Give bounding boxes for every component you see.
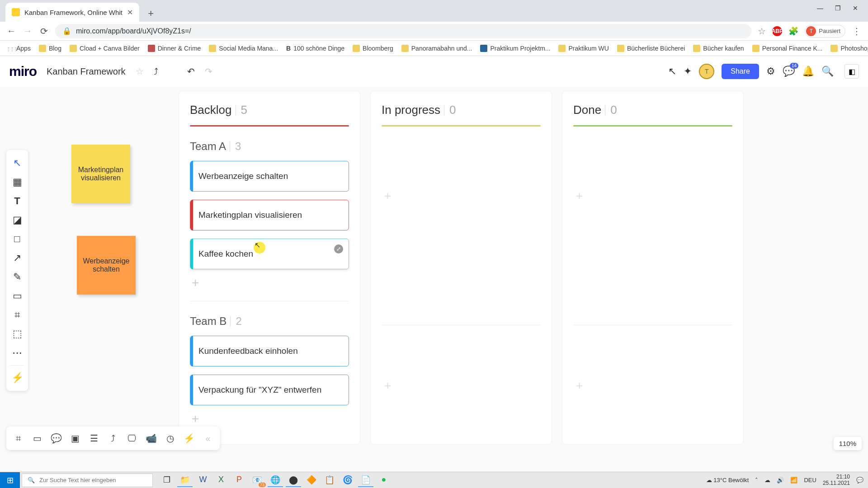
- language-indicator[interactable]: DEU: [804, 477, 816, 483]
- share-button[interactable]: Share: [722, 64, 759, 79]
- back-icon[interactable]: ←: [6, 26, 16, 36]
- timer-icon[interactable]: ◷: [162, 430, 178, 446]
- group-header[interactable]: Team B 2: [190, 315, 349, 328]
- panel-toggle-icon[interactable]: ◧: [844, 64, 859, 79]
- export-icon[interactable]: ⤴: [154, 66, 158, 77]
- excel-icon[interactable]: X: [213, 474, 229, 487]
- upload-tool[interactable]: ⬚: [6, 325, 28, 343]
- kanban-column-done[interactable]: Done 0 + +: [562, 91, 743, 444]
- shape-tool[interactable]: □: [6, 230, 28, 248]
- url-field[interactable]: 🔒 miro.com/app/board/uXjVOf8yZ1s=/: [55, 24, 751, 38]
- redo-icon[interactable]: ↷: [205, 66, 212, 77]
- video-icon[interactable]: 📹: [143, 430, 159, 446]
- mail-icon[interactable]: 📧73: [250, 474, 265, 487]
- frame-tool[interactable]: ⌗: [6, 306, 28, 324]
- bookmark-item[interactable]: Praktikum Projektm...: [480, 45, 550, 52]
- bolt-icon[interactable]: ⚡: [181, 430, 197, 446]
- sticky-note-orange[interactable]: Werbeanzeige schalten: [77, 236, 136, 295]
- star-icon[interactable]: ☆: [136, 66, 144, 77]
- sticky-note-yellow[interactable]: Marketingplan visualisieren: [71, 145, 130, 203]
- reactions-icon[interactable]: ✦: [684, 66, 692, 77]
- app-icon[interactable]: 🔶: [304, 474, 319, 487]
- comment-tool[interactable]: ▭: [6, 287, 28, 305]
- volume-icon[interactable]: 🔊: [777, 477, 784, 483]
- add-card-button[interactable]: +: [573, 369, 732, 393]
- bookmark-item[interactable]: Bücherliste Bücherei: [617, 45, 685, 52]
- add-card-button[interactable]: +: [573, 179, 732, 203]
- undo-icon[interactable]: ↶: [187, 66, 195, 77]
- bookmark-item[interactable]: Social Media Mana...: [209, 45, 278, 52]
- kanban-card[interactable]: Marketingplan visualisieren: [190, 200, 349, 230]
- taskbar-search[interactable]: 🔍 Zur Suche Text hier eingeben: [22, 474, 153, 487]
- clock[interactable]: 21:10 25.11.2021: [823, 474, 850, 486]
- add-card-button[interactable]: +: [190, 412, 349, 426]
- bookmark-item[interactable]: Dinner & Crime: [148, 45, 201, 52]
- search-icon[interactable]: 🔍: [821, 66, 834, 77]
- notifications-icon[interactable]: 🔔: [802, 66, 814, 77]
- group-header[interactable]: Team A 3: [190, 140, 349, 153]
- share-icon[interactable]: ⤴: [105, 430, 121, 446]
- kanban-column-backlog[interactable]: Backlog 5 Team A 3 Werbeanzeige schalten…: [179, 91, 360, 444]
- bookmark-apps[interactable]: Apps: [6, 45, 31, 52]
- abp-extension-icon[interactable]: ABP: [772, 26, 782, 36]
- add-card-button[interactable]: +: [190, 276, 349, 290]
- bookmark-item[interactable]: Blog: [39, 45, 61, 52]
- list-icon[interactable]: ☰: [86, 430, 102, 446]
- obs-icon[interactable]: ⬤: [286, 474, 301, 487]
- comment-icon[interactable]: 💬: [48, 430, 64, 446]
- reload-icon[interactable]: ⟳: [39, 26, 49, 37]
- more-tools[interactable]: ⋯: [6, 344, 28, 361]
- spotify-icon[interactable]: ●: [376, 474, 392, 487]
- edge-icon[interactable]: 🌀: [340, 474, 355, 487]
- kanban-column-inprogress[interactable]: In progress 0 + +: [371, 91, 552, 444]
- column-header[interactable]: In progress 0: [382, 103, 541, 117]
- miro-canvas[interactable]: ↖ ▦ T ◪ □ ↗ ✎ ▭ ⌗ ⬚ ⋯ ⚡ Marketingplan vi…: [0, 87, 868, 472]
- bookmark-item[interactable]: Bücher kaufen: [693, 45, 744, 52]
- line-tool[interactable]: ↗: [6, 249, 28, 267]
- explorer-icon[interactable]: 📁: [177, 474, 193, 487]
- miro-logo[interactable]: miro: [9, 64, 37, 79]
- app-icon[interactable]: 📋: [322, 474, 337, 487]
- close-tab-icon[interactable]: ✕: [127, 8, 133, 17]
- user-avatar[interactable]: T: [699, 64, 714, 79]
- add-card-button[interactable]: +: [382, 179, 541, 203]
- minimize-icon[interactable]: —: [817, 5, 823, 12]
- ai-tool[interactable]: ⚡: [6, 369, 28, 386]
- screen-icon[interactable]: 🖵: [124, 430, 140, 446]
- frames-icon[interactable]: ⌗: [10, 430, 26, 446]
- close-window-icon[interactable]: ✕: [853, 5, 858, 12]
- column-header[interactable]: Done 0: [573, 103, 732, 117]
- cursor-mode-icon[interactable]: ↖: [668, 66, 676, 77]
- expand-card-icon[interactable]: ⤢: [334, 244, 343, 253]
- bookmark-item[interactable]: Cload + Canva Bilder: [70, 45, 140, 52]
- wifi-icon[interactable]: 📶: [790, 477, 797, 483]
- new-tab-button[interactable]: +: [143, 5, 159, 22]
- powerpoint-icon[interactable]: P: [231, 474, 247, 487]
- pen-tool[interactable]: ✎: [6, 268, 28, 286]
- present-icon[interactable]: ▭: [29, 430, 45, 446]
- extensions-icon[interactable]: 🧩: [788, 26, 798, 36]
- profile-badge[interactable]: T Pausiert: [805, 25, 845, 38]
- select-tool[interactable]: ↖: [6, 155, 28, 172]
- sticky-tool[interactable]: ◪: [6, 211, 28, 229]
- kanban-card[interactable]: Kundenfeedback einholen: [190, 336, 349, 366]
- tray-chevron-icon[interactable]: ˄: [755, 477, 758, 483]
- kanban-card[interactable]: Werbeanzeige schalten: [190, 161, 349, 192]
- templates-tool[interactable]: ▦: [6, 174, 28, 191]
- comments-icon[interactable]: 💬14: [783, 66, 795, 77]
- kanban-card[interactable]: Kaffee kochen ⤢: [190, 239, 349, 269]
- add-card-button[interactable]: +: [382, 369, 541, 393]
- notifications-icon[interactable]: 💬: [856, 477, 863, 483]
- zoom-level[interactable]: 110%: [834, 437, 862, 450]
- settings-icon[interactable]: ⚙: [766, 66, 775, 77]
- browser-menu-icon[interactable]: ⋮: [852, 26, 862, 37]
- word-icon[interactable]: W: [195, 474, 211, 487]
- browser-tab[interactable]: Kanban Framework, Online Whit ✕: [5, 3, 139, 22]
- start-button[interactable]: ⊞: [0, 472, 20, 488]
- column-header[interactable]: Backlog 5: [190, 103, 349, 117]
- forward-icon[interactable]: →: [23, 26, 33, 36]
- chrome-icon[interactable]: 🌐: [268, 474, 283, 487]
- bookmark-item[interactable]: Personal Finance K...: [752, 45, 823, 52]
- card-icon[interactable]: ▣: [67, 430, 83, 446]
- maximize-icon[interactable]: ❐: [835, 5, 841, 12]
